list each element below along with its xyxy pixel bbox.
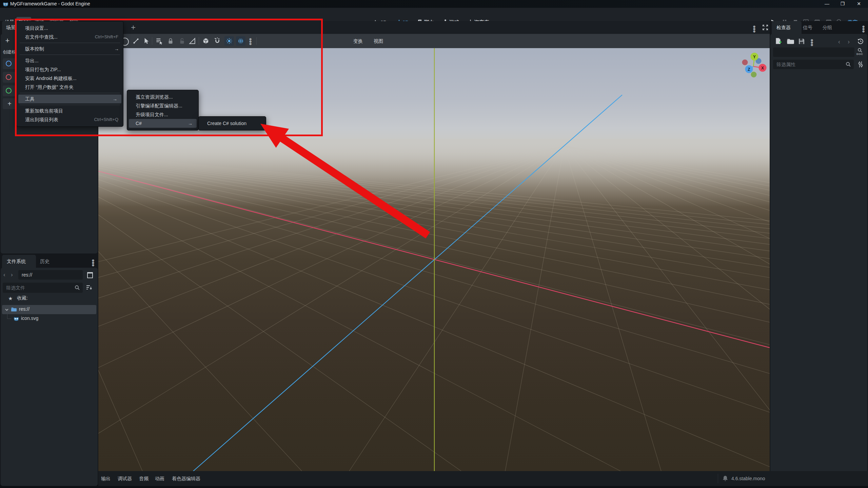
menu-item-label: Create C# solution [207,121,246,126]
search-icon [846,62,851,67]
menu-item-pack-zip[interactable]: 项目打包为 ZIP... [17,65,123,74]
sun-environment-settings-icon[interactable]: ●●● [249,38,252,45]
toolbar-separator [199,37,199,45]
new-scene-tab-button[interactable]: + [129,22,138,33]
preview-environment-button[interactable] [236,36,245,46]
menu-item-open-user-data-folder[interactable]: 打开 “用户数据” 文件夹 [17,83,123,92]
notification-bell-icon[interactable] [722,475,728,482]
tools-submenu-popup: 孤立资源浏览器... 引擎编译配置编辑器... 升级项目文件... C#→ [127,90,199,130]
expand-viewport-icon[interactable] [762,24,768,30]
folder-icon [11,307,17,312]
sort-files-button[interactable] [85,284,94,292]
gizmo-neg-y-ball[interactable] [751,72,757,78]
control-node-icon [6,88,12,94]
menu-item-label: 在文件中查找... [25,34,58,40]
split-mode-button[interactable] [85,271,94,279]
menu-separator [20,55,120,55]
property-filter-field[interactable] [773,60,854,69]
menu-item-version-control[interactable]: 版本控制→ [17,44,123,53]
bottom-shader-editor-button[interactable]: 着色器编辑器 [172,471,200,486]
menu-item-orphan-resource-explorer[interactable]: 孤立资源浏览器... [127,93,198,101]
snap-object-icon[interactable] [202,37,210,45]
ruler-icon[interactable] [189,37,196,45]
viewport-menu-icon[interactable]: ●●● [753,25,756,32]
menu-item-install-android-template[interactable]: 安装 Android 构建模板... [17,74,123,83]
path-field[interactable] [18,270,83,280]
nav-forward-button[interactable]: › [11,270,16,279]
tree-row-iconsvg[interactable]: icon.svg [0,314,98,323]
path-input[interactable] [18,270,83,280]
filesystem-menu-icon[interactable]: ●●● [92,259,95,266]
nav-back-button[interactable]: ‹ [3,270,9,279]
restore-button[interactable]: ❐ [837,0,848,8]
tab-filesystem[interactable]: 文件系统 [2,255,36,268]
inspector-extra-menu-icon[interactable]: ●●● [810,39,813,46]
create-2d-scene-button[interactable] [3,58,16,69]
version-label[interactable]: 4.6.stable.mono [731,471,765,486]
lock-icon[interactable] [167,37,174,45]
load-resource-folder-icon[interactable] [787,38,794,44]
save-icon[interactable] [798,38,805,45]
node2d-icon [6,61,12,66]
submenu-arrow-icon: → [114,44,119,53]
menu-item-find-in-files[interactable]: 在文件中查找...Ctrl+Shift+F [17,33,123,41]
magnet-snap-icon[interactable] [214,37,221,45]
preview-sunlight-button[interactable] [224,36,234,46]
create-root-node-label: 创建根节点: [3,49,16,55]
menu-separator [20,93,120,93]
menu-item-project-settings[interactable]: 项目设置... [17,24,123,33]
3d-viewport[interactable]: Y X Z [98,48,770,471]
create-3d-scene-button[interactable] [3,72,16,83]
menu-item-reload-project[interactable]: 重新加载当前项目 [17,106,123,115]
menu-item-create-csharp-solution[interactable]: Create C# solution [199,119,266,128]
tree-row-res[interactable]: res:// [2,305,96,314]
object-history-icon[interactable] [857,38,864,45]
inspector-dock-menu-icon[interactable]: ●●● [862,25,865,32]
selection-cursor-icon[interactable] [142,37,150,45]
tab-signals[interactable]: 信号 [803,21,812,34]
environment-globe-icon [237,38,244,44]
add-node-button[interactable]: + [3,37,12,45]
property-filter-input[interactable] [773,60,854,69]
axis-gizmo[interactable]: Y X Z [734,50,773,86]
history-forward-button[interactable]: › [848,37,853,46]
unlock-icon[interactable] [178,37,186,45]
open-docs-button[interactable]: DOC [856,47,866,57]
tab-groups[interactable]: 分组 [823,21,832,34]
menu-item-quit-to-project-list[interactable]: 退出到项目列表Ctrl+Shift+Q [17,115,123,124]
menu-item-upgrade-project-files[interactable]: 升级项目文件... [127,110,198,119]
menu-item-label: 退出到项目列表 [25,117,58,122]
list-select-icon[interactable] [155,37,163,45]
menu-item-export[interactable]: 导出... [17,56,123,65]
tree-res-label: res:// [19,306,29,312]
chevron-expanded-icon[interactable] [5,308,9,311]
csharp-submenu-popup: Create C# solution [198,116,266,130]
resource-name-field[interactable] [773,47,854,57]
tab-inspector[interactable]: 检查器 [772,21,802,34]
manage-properties-icon[interactable] [857,61,864,68]
create-other-node-button[interactable]: + [3,98,16,109]
transform-menu[interactable]: 变换 [353,34,363,48]
inspector-tab-label: 检查器 [776,21,791,34]
file-filter-input[interactable] [3,283,83,293]
bottom-animation-button[interactable]: 动画 [155,471,164,486]
gizmo-neg-x-ball[interactable] [742,60,748,65]
menu-item-csharp[interactable]: C#→ [129,119,197,128]
create-ui-scene-button[interactable] [3,85,16,96]
3d-viewport-canvas[interactable] [98,48,770,471]
tab-history[interactable]: 历史 [40,255,50,268]
bottom-audio-button[interactable]: 音频 [139,471,149,486]
file-filter-field[interactable] [3,283,83,293]
new-resource-icon[interactable] [774,37,782,45]
view-menu[interactable]: 视图 [374,34,383,48]
menubar: 场景 项目 调试 编辑器 帮助 2D 3D 脚本 游戏 资产库 [0,8,868,21]
bottom-debugger-button[interactable]: 调试器 [118,471,132,486]
history-back-button[interactable]: ‹ [838,37,844,46]
bottom-output-button[interactable]: 输出 [101,471,111,486]
scale-mode-icon[interactable] [132,37,140,45]
minimize-button[interactable]: — [822,0,832,8]
close-button[interactable]: ✕ [854,0,864,8]
menu-item-engine-compile-config[interactable]: 引擎编译配置编辑器... [127,101,198,110]
menu-item-tools[interactable]: 工具→ [18,95,121,103]
godot-logo-icon [3,1,8,7]
